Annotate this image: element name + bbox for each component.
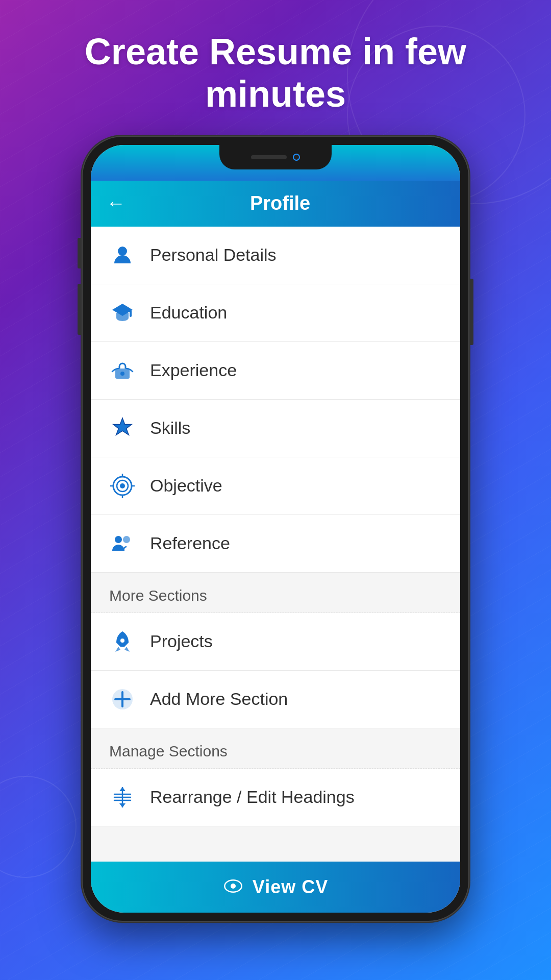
menu-label-skills: Skills — [150, 418, 190, 438]
headline: Create Resume in few minutes — [20, 31, 531, 115]
menu-label-experience: Experience — [150, 360, 237, 380]
volume-up-button — [78, 238, 81, 268]
manage-sections-header: Manage Sections — [91, 728, 460, 769]
phone-screen: ← Profile Personal Details — [91, 145, 460, 913]
app-title: Profile — [136, 192, 424, 214]
view-cv-label: View CV — [253, 876, 328, 898]
svg-point-13 — [120, 639, 124, 643]
notch — [219, 145, 332, 169]
rocket-icon — [109, 628, 136, 655]
power-button — [470, 279, 473, 345]
svg-point-3 — [120, 372, 124, 376]
front-camera — [293, 154, 300, 161]
menu-label-education: Education — [150, 303, 227, 323]
svg-point-11 — [115, 536, 122, 543]
menu-label-rearrange: Rearrange / Edit Headings — [150, 787, 355, 807]
reference-icon — [109, 530, 136, 557]
menu-label-reference: Reference — [150, 533, 230, 553]
eye-icon — [223, 876, 243, 898]
volume-down-button — [78, 284, 81, 335]
menu-item-personal-details[interactable]: Personal Details — [91, 227, 460, 284]
menu-item-education[interactable]: Education — [91, 284, 460, 342]
menu-item-reference[interactable]: Reference — [91, 515, 460, 573]
person-icon — [109, 242, 136, 268]
menu-item-skills[interactable]: Skills — [91, 400, 460, 457]
menu-item-projects[interactable]: Projects — [91, 613, 460, 671]
menu-label-personal-details: Personal Details — [150, 245, 277, 265]
objective-icon — [109, 473, 136, 499]
more-sections-header: More Sections — [91, 573, 460, 613]
back-button[interactable]: ← — [106, 192, 126, 214]
svg-point-22 — [231, 884, 236, 889]
menu-label-objective: Objective — [150, 476, 222, 496]
menu-item-experience[interactable]: Experience — [91, 342, 460, 400]
speaker — [251, 155, 287, 159]
phone-frame: ← Profile Personal Details — [82, 136, 469, 922]
svg-point-6 — [120, 483, 125, 488]
notch-area — [91, 145, 460, 181]
menu-label-projects: Projects — [150, 631, 213, 651]
skills-icon — [109, 415, 136, 442]
svg-point-0 — [118, 247, 127, 256]
menu-item-add-more-section[interactable]: Add More Section — [91, 671, 460, 728]
svg-point-12 — [123, 536, 130, 543]
header-section: Create Resume in few minutes — [0, 0, 551, 136]
view-cv-button[interactable]: View CV — [91, 862, 460, 913]
plus-icon — [109, 686, 136, 713]
menu-list: Personal Details Education — [91, 227, 460, 862]
menu-item-objective[interactable]: Objective — [91, 457, 460, 515]
rearrange-icon — [109, 784, 136, 811]
experience-icon — [109, 357, 136, 384]
app-header: ← Profile — [91, 181, 460, 227]
menu-label-add-more-section: Add More Section — [150, 689, 288, 709]
svg-rect-1 — [130, 310, 132, 317]
education-icon — [109, 300, 136, 326]
menu-item-rearrange[interactable]: Rearrange / Edit Headings — [91, 769, 460, 826]
